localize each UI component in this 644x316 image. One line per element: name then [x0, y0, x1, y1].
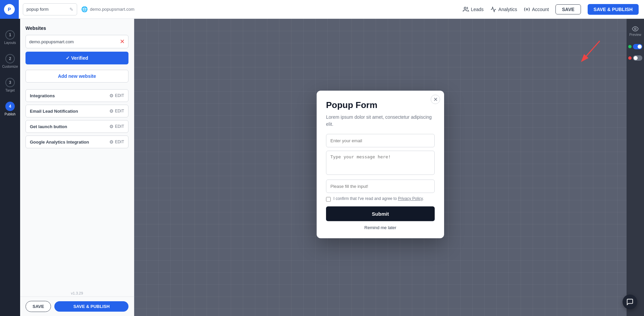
gear-icon-1: ⚙: [109, 108, 114, 114]
website-input-row: ✕: [25, 35, 128, 48]
analytics-item[interactable]: Google Analytics Integration ⚙ EDIT: [25, 136, 128, 148]
analytics-button[interactable]: Analytics: [490, 6, 517, 12]
launch-button-item[interactable]: Get launch button ⚙ EDIT: [25, 120, 128, 133]
svg-point-3: [634, 28, 636, 30]
red-dot: [628, 56, 632, 60]
nav-actions: Leads Analytics Account SAVE SAVE & PUBL…: [463, 4, 639, 15]
step-customize[interactable]: 2 Customize: [0, 49, 20, 73]
chat-bubble-button[interactable]: [623, 295, 637, 309]
website-url-input[interactable]: [29, 39, 120, 44]
leads-label: Leads: [471, 7, 484, 12]
popup-name-input-wrapper: ✎: [23, 3, 77, 15]
main-layout: 1 Layouts 2 Customize 3 Target 4 Publish…: [0, 19, 644, 316]
step-sidebar: 1 Layouts 2 Customize 3 Target 4 Publish: [0, 19, 20, 316]
account-label: Account: [532, 7, 549, 12]
step-target[interactable]: 3 Target: [0, 73, 20, 97]
launch-button-label: Get launch button: [30, 124, 67, 129]
save-publish-button[interactable]: SAVE & PUBLISH: [588, 4, 639, 15]
add-website-button[interactable]: Add new website: [25, 70, 128, 83]
email-lead-edit-button[interactable]: ⚙ EDIT: [109, 108, 124, 114]
integrations-edit-button[interactable]: ⚙ EDIT: [109, 93, 124, 98]
left-panel-bottom: SAVE SAVE & PUBLISH: [20, 297, 134, 316]
save-button[interactable]: SAVE: [555, 4, 581, 14]
analytics-edit-label: EDIT: [115, 140, 124, 144]
step-layouts[interactable]: 1 Layouts: [0, 25, 20, 49]
step-publish[interactable]: 4 Publish: [0, 97, 20, 121]
svg-point-0: [464, 7, 466, 9]
left-panel-content: Websites ✕ ✓ Verified Add new website In…: [20, 19, 134, 291]
popup-remind-button[interactable]: Remind me later: [326, 225, 435, 230]
step-4-circle: 4: [5, 102, 15, 111]
green-dot: [628, 45, 632, 48]
popup-submit-button[interactable]: Submit: [326, 206, 435, 221]
canvas-area: ✕ Popup Form Lorem ipsum dolor sit amet,…: [134, 19, 627, 316]
site-url-text: demo.popupsmart.com: [90, 7, 135, 12]
popup-checkbox-label: I confirm that I've read and agree to Pr…: [333, 196, 424, 201]
bottom-save-publish-button[interactable]: SAVE & PUBLISH: [54, 301, 128, 312]
popup-modal: ✕ Popup Form Lorem ipsum dolor sit amet,…: [317, 91, 444, 238]
email-lead-edit-label: EDIT: [115, 109, 124, 113]
popup-checkbox-row: I confirm that I've read and agree to Pr…: [326, 196, 435, 202]
leads-button[interactable]: Leads: [463, 6, 484, 12]
step-2-label: Customize: [2, 65, 18, 68]
step-4-label: Publish: [5, 112, 16, 116]
site-url-display: 🌐 demo.popupsmart.com: [81, 6, 135, 12]
gear-icon-0: ⚙: [109, 93, 114, 98]
preview-label: Preview: [629, 33, 641, 37]
launch-button-edit-label: EDIT: [115, 124, 124, 129]
popup-description: Lorem ipsum dolor sit amet, consectetur …: [326, 114, 435, 128]
step-1-circle: 1: [5, 30, 15, 40]
step-3-label: Target: [5, 89, 15, 92]
privacy-policy-link[interactable]: Privacy Policy: [398, 196, 423, 201]
version-text: v1.3.29: [20, 291, 134, 297]
email-lead-label: Email Lead Notification: [30, 109, 78, 114]
integrations-edit-label: EDIT: [115, 93, 124, 98]
edit-pencil-icon: ✎: [69, 7, 73, 12]
websites-title: Websites: [25, 25, 128, 31]
popup-email-input[interactable]: [326, 134, 435, 147]
top-nav: P ✎ 🌐 demo.popupsmart.com Leads Analytic…: [0, 0, 644, 19]
globe-icon: 🌐: [81, 6, 88, 12]
left-panel: Websites ✕ ✓ Verified Add new website In…: [20, 19, 134, 316]
right-panel: Preview: [627, 19, 644, 316]
account-button[interactable]: Account: [524, 6, 549, 12]
toggle-row-2: [626, 54, 644, 62]
toggle-switch-off[interactable]: [633, 55, 642, 61]
toggle-switch-on[interactable]: [633, 44, 642, 49]
remove-website-button[interactable]: ✕: [120, 39, 125, 45]
step-3-circle: 3: [5, 78, 15, 87]
popup-title: Popup Form: [326, 100, 435, 110]
logo-area: P: [0, 0, 19, 19]
gear-icon-3: ⚙: [109, 139, 114, 145]
toggle-row-1: [626, 43, 644, 51]
preview-button[interactable]: Preview: [628, 23, 643, 39]
step-2-circle: 2: [5, 54, 15, 63]
step-1-label: Layouts: [4, 41, 16, 45]
analytics-edit-button[interactable]: ⚙ EDIT: [109, 139, 124, 145]
popup-fill-input[interactable]: [326, 179, 435, 193]
gear-icon-2: ⚙: [109, 124, 114, 129]
bottom-save-button[interactable]: SAVE: [25, 301, 51, 312]
verified-badge: ✓ Verified: [25, 52, 128, 64]
popup-message-textarea[interactable]: [326, 151, 435, 175]
arrow-annotation: [580, 38, 606, 66]
popup-name-input[interactable]: [26, 7, 67, 12]
integrations-label: Integrations: [30, 93, 55, 98]
integrations-item[interactable]: Integrations ⚙ EDIT: [25, 89, 128, 102]
popup-checkbox[interactable]: [326, 197, 331, 202]
launch-button-edit-button[interactable]: ⚙ EDIT: [109, 124, 124, 129]
analytics-label: Google Analytics Integration: [30, 140, 89, 145]
svg-point-1: [526, 8, 528, 10]
email-lead-item[interactable]: Email Lead Notification ⚙ EDIT: [25, 105, 128, 117]
logo-icon: P: [4, 4, 15, 15]
popup-close-button[interactable]: ✕: [431, 95, 440, 104]
analytics-label: Analytics: [498, 7, 517, 12]
